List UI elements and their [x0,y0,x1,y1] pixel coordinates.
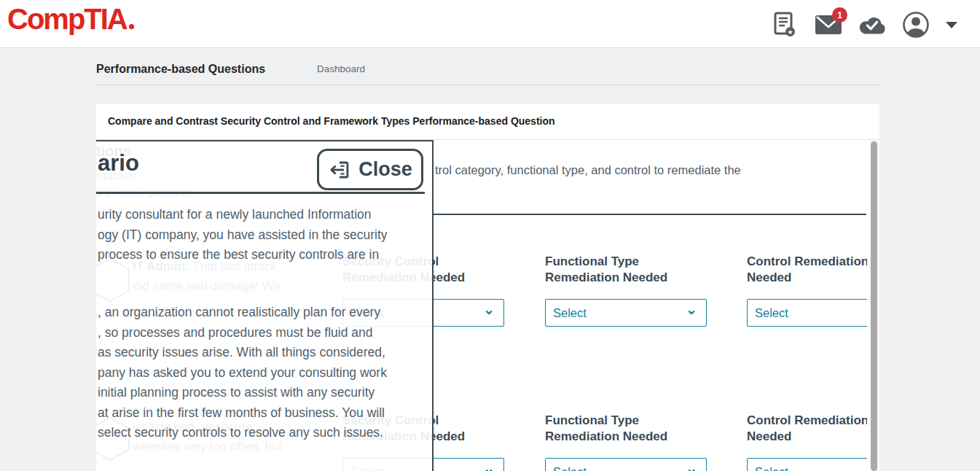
topbar-icons: ★ 1 [770,10,958,39]
dashboard-link[interactable]: Dashboard [317,63,365,74]
field-group-control-remediation-1: Control RemediationNeeded Select ⌄ [747,254,867,286]
account-icon-glyph [902,11,930,39]
field-label: Functional TypeRemediation Needed [545,254,764,286]
vertical-scrollbar[interactable] [870,140,878,471]
screen: CompTIA ★ 1 [0,0,980,471]
field-label: Control RemediationNeeded [747,254,867,286]
account-icon[interactable] [901,10,930,39]
question-title: Compare and Contrast Security Control an… [108,115,555,127]
chevron-down-icon: ⌄ [483,465,495,471]
page-title: Performance-based Questions [96,63,265,76]
caret-down-glyph [945,20,958,29]
select-control-remediation-1[interactable]: Select ⌄ [747,299,867,327]
question-content: tions opdown d in each scenario. IT Admi… [96,140,867,471]
select-control-remediation-2[interactable]: Select ⌄ [747,458,867,471]
mail-icon[interactable]: 1 [814,10,843,39]
svg-text:★: ★ [787,28,793,36]
scenario-modal: ario Close urity consultant for a newly … [96,140,434,471]
close-button-label: Close [358,158,412,181]
scenario-paragraph-2: , an organization cannot realistically p… [98,303,387,443]
field-group-functional-type-1: Functional TypeRemediation Needed Select… [545,254,764,286]
logo-text: CompTIA [7,3,127,35]
select-functional-type-2[interactable]: Select ⌄ [545,458,707,471]
field-label: Functional TypeRemediation Needed [545,413,764,445]
mail-badge: 1 [832,7,847,23]
modal-header-divider [96,192,425,194]
topbar: CompTIA ★ 1 [0,0,980,48]
close-button[interactable]: Close [317,149,423,190]
registered-mark-icon [129,24,134,29]
exit-icon [328,158,351,182]
scenario-heading-fragment: ario [98,150,139,176]
cloud-sync-icon[interactable] [858,10,887,39]
transcript-icon-glyph: ★ [773,12,796,38]
cloud-icon-glyph [858,14,887,36]
question-card: Compare and Contrast Security Control an… [96,104,879,471]
select-functional-type-1[interactable]: Select ⌄ [545,299,707,327]
pagehead-divider [96,85,879,85]
instruction-divider [434,214,866,215]
chevron-down-icon: ⌄ [483,306,495,314]
comptia-logo[interactable]: CompTIA [7,3,134,36]
field-group-control-remediation-2: Control RemediationNeeded Select ⌄ [747,413,867,445]
instruction-text-fragment: trol category, functional type, and cont… [435,163,741,177]
account-menu-caret-icon[interactable] [945,20,958,29]
chevron-down-icon: ⌄ [686,306,697,314]
scenario-paragraph-1: urity consultant for a newly launched In… [98,205,388,265]
field-label: Control RemediationNeeded [747,413,867,445]
chevron-down-icon: ⌄ [686,465,697,471]
field-group-functional-type-2: Functional TypeRemediation Needed Select… [545,413,764,445]
scrollbar-thumb[interactable] [871,141,877,471]
transcript-icon[interactable]: ★ [770,10,799,39]
